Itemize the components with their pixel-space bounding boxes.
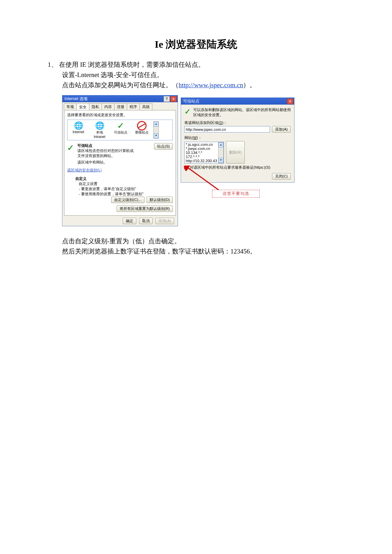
zone-scrollbar[interactable]: ▴ ▾ — [153, 121, 159, 139]
list-item[interactable]: *.jsepc.com.cn — [186, 147, 217, 151]
scroll-down-icon[interactable]: ▾ — [218, 158, 223, 163]
https-required-label: 对该区域中的所有站点要求服务器验证(https:)(S) — [190, 165, 270, 170]
doc-line-3: 点击站点添加交易网站为可信任网址。（http://www.jspec.com.c… — [48, 80, 344, 90]
security-level-link[interactable]: 该区域的安全级别(L) — [67, 168, 102, 173]
tab-connections[interactable]: 连接 — [114, 103, 127, 110]
tab-security[interactable]: 安全 — [76, 104, 89, 110]
custom-level-button[interactable]: 自定义级别(C)... — [111, 197, 144, 203]
dialog1-title: Internet 选项 — [64, 96, 88, 102]
tab-programs[interactable]: 程序 — [127, 103, 140, 110]
security-panel: 选择要查看的区域或更改安全设置。 🌐 Internet 🌐 本地 Intrane… — [64, 110, 176, 216]
annotation-text: 这里不要勾选 — [212, 190, 260, 198]
list-item[interactable]: 172.*.*.* — [186, 155, 217, 159]
tab-strip: 常规 安全 隐私 内容 连接 程序 高级 — [62, 102, 178, 110]
sites-button[interactable]: 站点(S) — [154, 143, 173, 150]
remove-button[interactable]: 删除(R) — [226, 141, 245, 164]
list-item[interactable]: http://10.32.200.43 — [186, 159, 217, 163]
screenshots-area: Internet 选项 ? × 常规 安全 隐私 内容 连接 程序 高级 选择要… — [62, 95, 362, 231]
list-scrollbar[interactable]: ▴ ▾ — [218, 142, 224, 163]
close-button[interactable]: 关闭(C) — [272, 173, 291, 180]
sites-listbox[interactable]: *.js.sgcc.com.cn *.jsepc.com.cn 10.134.*… — [184, 142, 224, 164]
scroll-up-icon[interactable]: ▴ — [218, 142, 223, 148]
help-button[interactable]: ? — [164, 96, 170, 102]
check-icon: ✓ — [117, 121, 124, 130]
tab-privacy[interactable]: 隐私 — [89, 103, 102, 110]
tab-content[interactable]: 内容 — [102, 103, 115, 110]
scroll-down-icon[interactable]: ▾ — [154, 133, 159, 138]
sites-list-label: 网站(W)： — [184, 136, 202, 140]
zone-restricted[interactable]: 受限站点 — [132, 121, 151, 135]
doc-line-2: 设置-Lnternet 选项-安全-可信任点。 — [48, 70, 344, 80]
tab-advanced[interactable]: 高级 — [139, 103, 152, 110]
annotation-callout: 这里不要勾选 — [212, 190, 260, 198]
globe-icon: 🌐 — [74, 121, 83, 130]
ok-button[interactable]: 确定 — [123, 218, 136, 224]
add-site-label: 将该网站添加到区域(D)： — [184, 121, 227, 125]
zone-prompt: 选择要查看的区域或更改安全设置。 — [67, 112, 173, 118]
stop-icon — [137, 121, 147, 130]
dialog1-footer: 确定 取消 应用(A) — [62, 216, 178, 226]
trusted-sites-dialog: 可信站点 × ✓ 可以添加和删除该区域的网站。该区域中的所有网站都使用区域的安全… — [181, 97, 295, 183]
trusted-desc: 该区域包含您信任对您的计算机或 文件没有损害的网站。 — [77, 148, 152, 158]
dialog2-title: 可信站点 — [183, 98, 199, 104]
list-item[interactable]: 10.134.*.* — [186, 151, 217, 155]
trusted-note: 该区域中有网站。 — [77, 160, 152, 165]
zone-intranet[interactable]: 🌐 本地 Intranet — [90, 121, 109, 139]
default-level-button[interactable]: 默认级别(D) — [147, 197, 173, 203]
url-link[interactable]: http://www.jspec.com.cn — [179, 81, 243, 89]
apply-button[interactable]: 应用(A) — [155, 218, 174, 224]
dialog2-titlebar[interactable]: 可信站点 × — [181, 98, 294, 105]
reset-all-button[interactable]: 将所有区域重置为默认级别(R) — [117, 205, 173, 212]
dialog1-titlebar[interactable]: Internet 选项 ? × — [62, 95, 178, 102]
tab-general[interactable]: 常规 — [64, 103, 77, 110]
dialog2-intro: 可以添加和删除该区域的网站。该区域中的所有网站都使用区域的安全设置。 — [193, 107, 291, 118]
close-icon[interactable]: × — [170, 96, 177, 102]
cancel-button[interactable]: 取消 — [139, 218, 153, 224]
globe-icon: 🌐 — [95, 121, 104, 130]
internet-options-dialog: Internet 选项 ? × 常规 安全 隐私 内容 连接 程序 高级 选择要… — [62, 95, 178, 226]
scroll-up-icon[interactable]: ▴ — [154, 122, 159, 127]
add-site-input[interactable] — [184, 126, 270, 133]
custom-settings-info: 自定义 自定义设置 - 要更改设置，请单击“自定义级别” - 要使用推荐的设置，… — [75, 176, 173, 197]
zone-selector[interactable]: 🌐 Internet 🌐 本地 Intranet ✓ 可信站点 受限站点 — [67, 120, 173, 140]
check-icon: ✓ — [67, 143, 74, 152]
trusted-title: 可信站点 — [77, 143, 152, 148]
close-icon[interactable]: × — [287, 98, 293, 104]
doc-line-1: 1、 在使用 IE 浏览器登陆系统时，需要添加信任站点。 — [48, 60, 344, 70]
page-title: Ie 浏览器登陆系统 — [48, 37, 344, 51]
check-icon: ✓ — [184, 107, 191, 116]
doc-line-4: 点击自定义级别-重置为（低）点击确定。 — [48, 236, 344, 246]
zone-trusted[interactable]: ✓ 可信站点 — [111, 121, 130, 135]
https-required-checkbox[interactable] — [184, 166, 189, 170]
zone-internet[interactable]: 🌐 Internet — [69, 121, 88, 134]
add-button[interactable]: 添加(A) — [272, 126, 291, 133]
list-item[interactable]: *.js.sgcc.com.cn — [186, 142, 217, 147]
doc-line-5: 然后关闭浏览器插上数字证书在登陆，数字证书默认密码：123456。 — [48, 246, 344, 257]
